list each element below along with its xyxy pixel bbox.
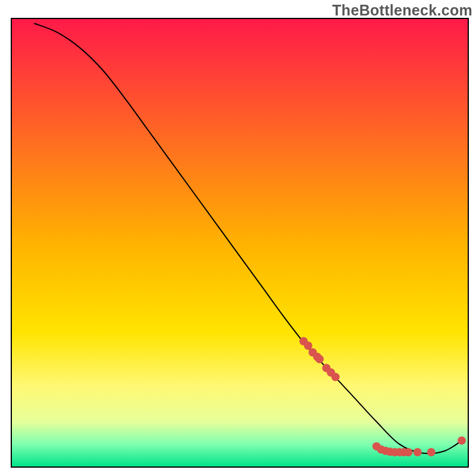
watermark-label: TheBottleneck.com [332,2,472,19]
gradient-background [12,19,468,466]
highlight-point [315,355,324,364]
highlight-point [331,373,340,381]
chart-stage: TheBottleneck.com [0,0,476,476]
highlight-point [458,436,466,444]
highlight-point [427,448,436,456]
highlight-point [404,448,412,456]
highlight-point [414,448,422,456]
plot-svg [12,19,468,466]
plot-frame [11,18,469,468]
